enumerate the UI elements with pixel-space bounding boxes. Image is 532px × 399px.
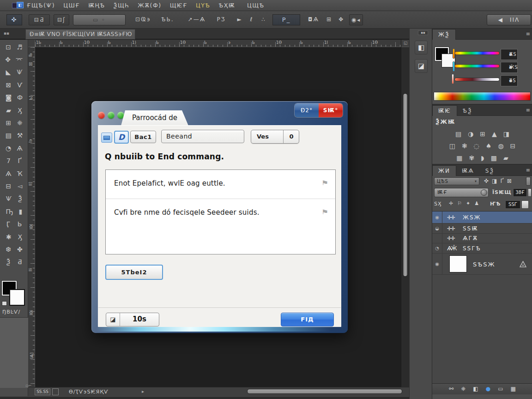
fill-spinner[interactable]	[521, 200, 529, 209]
step-button[interactable]: 5TbeI2	[105, 265, 163, 280]
tool-icon-36[interactable]: Ƌ	[18, 259, 22, 265]
tab-adjustments-1[interactable]: ѬѤ	[432, 105, 457, 116]
menu-item-6[interactable]: ЩѤҒ	[170, 0, 187, 11]
primary-button[interactable]: FIД	[281, 313, 334, 326]
window-icon-button[interactable]	[101, 133, 112, 143]
menu-item-1[interactable]: ҒЩѢ(Ѱ)	[27, 0, 55, 11]
tool-icon-10[interactable]: Ф	[17, 94, 23, 101]
adjustment-icon[interactable]: ✾	[469, 152, 475, 164]
tool-icon-5[interactable]: ◣	[6, 69, 11, 75]
layer-row-4[interactable]: ◔ѦӁЅЅГѢ	[432, 243, 532, 254]
close-button[interactable]	[98, 112, 105, 119]
filter-type-dropdown[interactable]: ЦѢЅ▾	[434, 177, 479, 185]
tab-layers-2[interactable]: ѬѦ	[456, 166, 480, 176]
tool-icon-28[interactable]: ▮	[19, 208, 23, 215]
tool-icon-16[interactable]: ⚒	[17, 132, 23, 139]
adjustment-icon[interactable]: ▲	[492, 128, 497, 140]
tool-icon-1[interactable]: ⊡	[6, 44, 11, 50]
tab-layers-3[interactable]: ЅѮ	[480, 166, 500, 176]
menu-item-7[interactable]: ЦҮѢ	[196, 0, 210, 11]
lock-icons[interactable]: ✛⚐✦♟	[449, 200, 495, 206]
new-layer-icon[interactable]: ▭	[498, 384, 503, 394]
pressure-icons[interactable]: ΡƷ	[211, 14, 232, 25]
dock-collapse-icon[interactable]: ▪▪	[418, 30, 428, 35]
layer-visibility-icon[interactable]	[432, 234, 442, 243]
tool-icon-21[interactable]: Ѧ	[6, 170, 11, 177]
tool-icon-27[interactable]: Ҧ	[6, 208, 13, 215]
tools-collapse-icon[interactable]: ▪▪	[4, 31, 9, 36]
tool-icon-20[interactable]: Ґ	[18, 157, 22, 164]
minimize-button[interactable]	[108, 112, 115, 119]
adjustment-icon[interactable]: ▦	[456, 152, 462, 164]
layer-row-3[interactable]: ✛✛ѦГѪ	[432, 234, 532, 243]
tool-icon-13[interactable]: ⊞	[6, 120, 11, 126]
layer-row-2[interactable]: ◒✛✛ЅЅѬ	[432, 224, 532, 234]
status-checkbox[interactable]	[52, 388, 59, 395]
delete-layer-icon[interactable]: ▦	[510, 384, 515, 394]
tool-icon-35[interactable]: Ѯ	[6, 259, 11, 265]
tool-icon-2[interactable]: ♬	[17, 44, 23, 50]
menu-item-9[interactable]: ЦЩѢ	[247, 0, 265, 11]
tool-icon-3[interactable]: ✥	[5, 56, 11, 63]
tool-icon-12[interactable]: Ӽ	[18, 107, 22, 114]
dialog-blue-button[interactable]: Ɖ2°	[295, 103, 319, 117]
color-slider-thumb-1[interactable]	[453, 48, 455, 59]
tool-icon-25[interactable]: Ѱ	[6, 195, 12, 202]
adjustment-icon[interactable]: ◨	[503, 128, 509, 140]
adjustment-icon[interactable]: ▤	[455, 128, 461, 140]
dots-icon[interactable]: ∴	[259, 14, 269, 25]
vertical-scrollbar-thumb[interactable]	[403, 93, 408, 277]
tool-icon-15[interactable]: ▤	[6, 132, 12, 139]
adjustment-icon[interactable]: ❃	[462, 140, 467, 152]
field-box[interactable]: Ρ_	[272, 14, 300, 25]
layer-visibility-icon[interactable]: ◔	[432, 243, 442, 253]
tool-icon-33[interactable]: ❆	[6, 246, 11, 253]
menu-item-5[interactable]: ЖѪ(Ф)	[138, 0, 161, 11]
filter-kind-icons[interactable]: ✜◨Ґ⊠	[484, 177, 526, 186]
d-icon-button[interactable]: D	[114, 131, 129, 144]
ves-control[interactable]: Ves 0	[251, 130, 299, 144]
dialog-list-row-1[interactable]: Enot Epelafict, wvlE oag euttle.⚑	[106, 170, 335, 199]
color-slider-3[interactable]	[454, 78, 500, 81]
layer-visibility-icon[interactable]: ◉	[432, 254, 442, 274]
adjustment-icon[interactable]: ◍	[498, 140, 503, 152]
tab-layers-1[interactable]: ЖИ	[432, 165, 456, 176]
layer-row-5[interactable]: ◉ЅѢЅЖ	[432, 254, 532, 275]
timer-control[interactable]: ◪ 10s	[106, 313, 159, 326]
layer-visibility-icon[interactable]: ◒	[432, 224, 442, 233]
tool-icon-24[interactable]: ◅	[18, 183, 23, 189]
tool-icon-31[interactable]: ✱	[6, 234, 12, 240]
filter-toggle[interactable]	[526, 177, 531, 186]
align-icons[interactable]: ◘Ѧ	[304, 14, 323, 25]
panel-menu-icon[interactable]: ≡	[526, 167, 530, 173]
zoom-level-box[interactable]: ЅЅ.ЅЅ	[35, 388, 50, 395]
tool-icon-18[interactable]: Ѧ	[17, 145, 23, 151]
layer-effects-icon[interactable]: ❈	[461, 384, 466, 394]
tool-icon-8[interactable]: Ѵ	[17, 82, 22, 88]
menu-item-3[interactable]: ѬҢѢ	[88, 0, 105, 11]
opacity-value[interactable]: 38Ғ	[513, 188, 527, 197]
layer-thumbnail[interactable]	[449, 255, 467, 272]
tool-icon-6[interactable]: Ѱ	[17, 69, 22, 75]
dialog-list-row-2[interactable]: Cvfi bre nme dó fecisqele Seedeer suids.…	[106, 199, 335, 228]
tab-color[interactable]: ЖѮ	[432, 29, 456, 40]
active-tool-icon[interactable]: ✜	[6, 14, 22, 25]
adjustment-icon[interactable]: ⊟	[510, 140, 516, 152]
color-slider-2[interactable]	[454, 64, 500, 68]
tool-icon-7[interactable]: ⊠	[6, 82, 12, 88]
collapsed-panel-icon-1[interactable]: ◧	[415, 41, 428, 54]
tool-icon-9[interactable]: ◙	[6, 94, 12, 101]
tool-icon-4[interactable]: ⌤	[16, 56, 23, 63]
color-slider-thumb-3[interactable]	[452, 74, 454, 84]
opacity-icons[interactable]: ѢЬ.	[158, 14, 177, 25]
puzzle-icon[interactable]: ✥	[335, 14, 347, 25]
search-input[interactable]: Beeand	[161, 130, 244, 143]
layer-visibility-icon[interactable]: ◉	[432, 212, 442, 223]
tool-icon-34[interactable]: ✤	[17, 246, 23, 253]
preset-dropdown[interactable]: ▭ ◦	[73, 14, 126, 25]
color-slider-thumb-2[interactable]	[453, 61, 455, 72]
tool-icon-19[interactable]: 7	[6, 157, 11, 164]
adjustment-icon[interactable]: ♠	[486, 140, 492, 152]
color-value-box-1[interactable]: ѪЅ ●	[501, 49, 518, 60]
horizontal-scrollbar-thumb[interactable]	[247, 389, 402, 394]
